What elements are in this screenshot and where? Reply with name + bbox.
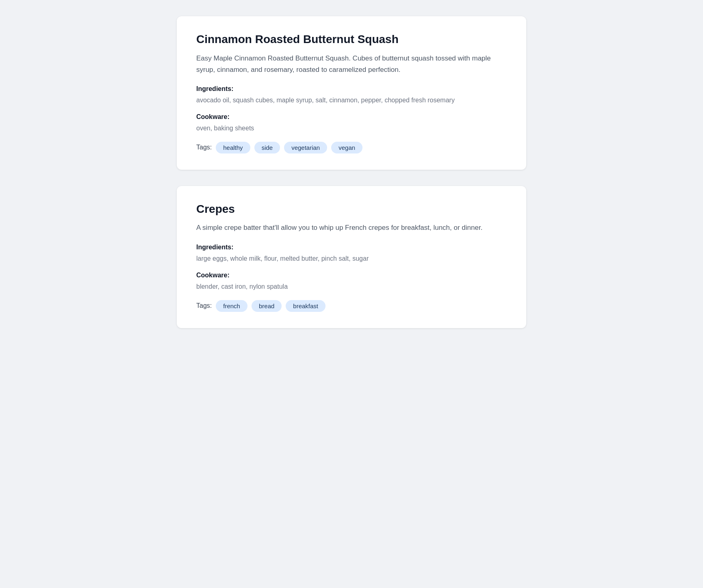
ingredients-label-crepes: Ingredients: [196,244,507,251]
cookware-value-crepes: blender, cast iron, nylon spatula [196,281,507,292]
recipe-description-crepes: A simple crepe batter that'll allow you … [196,222,507,233]
recipe-card-crepes: Crepes A simple crepe batter that'll all… [177,186,526,328]
cookware-value-butternut-squash: oven, baking sheets [196,123,507,134]
tag-pill-vegetarian[interactable]: vegetarian [284,142,327,153]
recipe-card-butternut-squash: Cinnamon Roasted Butternut Squash Easy M… [177,16,526,170]
tags-label-crepes: Tags: [196,302,212,309]
ingredients-section-crepes: Ingredients: large eggs, whole milk, flo… [196,244,507,264]
tags-row-crepes: Tags: french bread breakfast [196,300,507,312]
ingredients-value-butternut-squash: avocado oil, squash cubes, maple syrup, … [196,95,507,106]
ingredients-section-butternut-squash: Ingredients: avocado oil, squash cubes, … [196,85,507,106]
cookware-section-crepes: Cookware: blender, cast iron, nylon spat… [196,272,507,292]
cookware-section-butternut-squash: Cookware: oven, baking sheets [196,113,507,134]
cookware-label-butternut-squash: Cookware: [196,113,507,121]
ingredients-label-butternut-squash: Ingredients: [196,85,507,93]
tag-pill-vegan[interactable]: vegan [331,142,362,153]
tag-pill-bread[interactable]: bread [252,300,282,312]
cookware-label-crepes: Cookware: [196,272,507,279]
recipe-title-crepes: Crepes [196,202,507,216]
recipe-description-butternut-squash: Easy Maple Cinnamon Roasted Butternut Sq… [196,53,507,76]
tag-pill-healthy[interactable]: healthy [216,142,250,153]
recipe-title-butternut-squash: Cinnamon Roasted Butternut Squash [196,32,507,46]
ingredients-value-crepes: large eggs, whole milk, flour, melted bu… [196,253,507,264]
tag-pill-side[interactable]: side [254,142,280,153]
tags-label-butternut-squash: Tags: [196,144,212,151]
tags-row-butternut-squash: Tags: healthy side vegetarian vegan [196,142,507,153]
tag-pill-french[interactable]: french [216,300,247,312]
tag-pill-breakfast[interactable]: breakfast [286,300,325,312]
